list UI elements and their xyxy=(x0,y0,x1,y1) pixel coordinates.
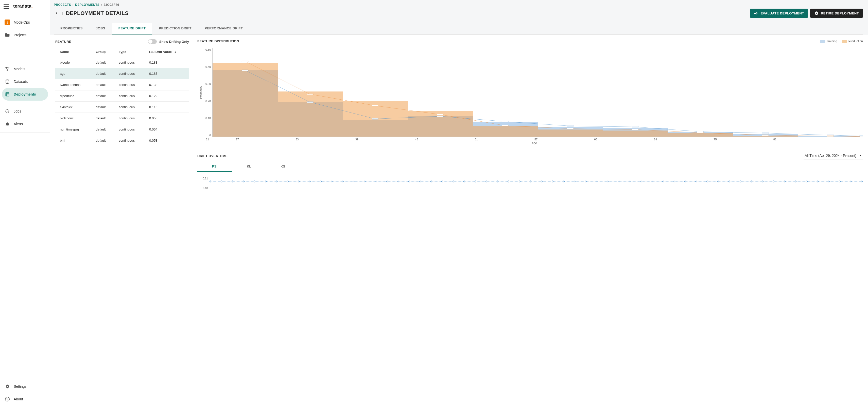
series-point xyxy=(320,180,322,182)
dot-chart: 0.210.18 xyxy=(197,177,863,190)
series-point xyxy=(762,180,764,182)
series-point xyxy=(684,180,686,182)
dot-tab-kl[interactable]: KL xyxy=(232,162,266,172)
tab-properties[interactable]: PROPERTIES xyxy=(54,23,89,34)
series-point xyxy=(287,180,289,182)
cell-psi: 0.053 xyxy=(145,135,189,146)
cell-psi: 0.138 xyxy=(145,79,189,91)
series-point xyxy=(728,180,730,182)
legend-swatch-training xyxy=(820,40,825,43)
series-point xyxy=(795,180,797,182)
nav-models[interactable]: Models xyxy=(2,63,48,75)
series-point xyxy=(596,180,598,182)
cell-type: continuous xyxy=(114,68,145,79)
cell-type: continuous xyxy=(114,57,145,68)
table-row[interactable]: numtimesprgdefaultcontinuous0.054 xyxy=(55,124,189,135)
legend-label: Training xyxy=(827,39,837,43)
tab-performance-drift[interactable]: PERFORMANCE DRIFT xyxy=(198,23,250,34)
cell-psi: 0.116 xyxy=(145,102,189,113)
table-row[interactable]: twohourserinsdefaultcontinuous0.138 xyxy=(55,79,189,91)
gear-icon xyxy=(5,384,10,389)
retire-button[interactable]: RETIRE DEPLOYMENT xyxy=(810,9,863,18)
series-point xyxy=(861,180,863,182)
close-circle-icon xyxy=(814,11,819,15)
cell-name: twohourserins xyxy=(55,79,91,91)
tab-prediction-drift[interactable]: PREDICTION DRIFT xyxy=(152,23,198,34)
series-point xyxy=(309,180,311,182)
cell-name: plglcconc xyxy=(55,113,91,124)
series-point xyxy=(265,180,267,182)
table-row[interactable]: skinthickdefaultcontinuous0.116 xyxy=(55,102,189,113)
y-axis-label: Probability xyxy=(199,86,203,99)
menu-icon[interactable] xyxy=(4,4,9,9)
nav-projects[interactable]: Projects xyxy=(2,29,48,41)
svg-point-2 xyxy=(7,70,8,71)
cell-group: default xyxy=(91,79,115,91)
range-label: All Time (Apr 29, 2024 - Present) xyxy=(805,154,856,158)
tab-jobs[interactable]: JOBS xyxy=(89,23,112,34)
series-point xyxy=(231,180,234,182)
table-row[interactable]: dipedfuncdefaultcontinuous0.122 xyxy=(55,91,189,102)
cell-group: default xyxy=(91,68,115,79)
series-point xyxy=(828,180,830,182)
nav-deployments[interactable]: Deployments xyxy=(2,88,48,101)
cell-group: default xyxy=(91,113,115,124)
table-row[interactable]: plglcconcdefaultcontinuous0.058 xyxy=(55,113,189,124)
cell-type: continuous xyxy=(114,124,145,135)
check-all-icon xyxy=(754,11,758,15)
nav-settings[interactable]: Settings xyxy=(2,380,48,393)
question-icon xyxy=(5,396,10,402)
svg-point-7 xyxy=(6,93,6,93)
bar-training xyxy=(798,136,863,137)
table-row[interactable]: bloodpdefaultcontinuous0.183 xyxy=(55,57,189,68)
col-psi[interactable]: PSI Drift Value xyxy=(145,47,189,57)
col-name[interactable]: Name xyxy=(55,47,91,57)
bar-group xyxy=(408,48,473,137)
back-button[interactable] xyxy=(54,10,59,16)
logo: teradata xyxy=(13,4,33,9)
series-point xyxy=(662,180,664,182)
bar-group xyxy=(213,48,278,137)
bar-group xyxy=(798,48,863,137)
bar-group xyxy=(733,48,798,137)
crumb-deployments[interactable]: DEPLOYMENTS xyxy=(75,3,99,7)
series-point xyxy=(364,180,366,182)
series-point xyxy=(243,180,245,182)
x-axis-label: age xyxy=(197,141,863,145)
table-row[interactable]: bmidefaultcontinuous0.053 xyxy=(55,135,189,146)
tab-feature-drift[interactable]: FEATURE DRIFT xyxy=(112,23,152,34)
nav-jobs[interactable]: Jobs xyxy=(2,105,48,117)
dot-tab-ks[interactable]: KS xyxy=(266,162,300,172)
col-type[interactable]: Type xyxy=(114,47,145,57)
show-drifting-toggle[interactable] xyxy=(148,39,157,44)
legend-label: Production xyxy=(848,39,863,43)
dot-tab-psi[interactable]: PSI xyxy=(197,162,232,172)
database-icon xyxy=(5,79,10,84)
time-range-select[interactable]: All Time (Apr 29, 2024 - Present) xyxy=(804,152,863,160)
modelops-icon: t xyxy=(5,20,10,25)
cell-name: numtimesprg xyxy=(55,124,91,135)
crumb-projects[interactable]: PROJECTS xyxy=(54,3,71,7)
cell-psi: 0.058 xyxy=(145,113,189,124)
nav-alerts[interactable]: Alerts xyxy=(2,117,48,130)
series-point xyxy=(850,180,852,182)
nav-label: About xyxy=(14,397,23,401)
crumb-current: 23CC8F86 xyxy=(103,3,119,7)
evaluate-button[interactable]: EVALUATE DEPLOYMENT xyxy=(750,9,808,18)
series-point xyxy=(629,180,631,182)
series-point xyxy=(430,180,432,182)
table-row[interactable]: agedefaultcontinuous0.183 xyxy=(55,68,189,79)
nav-label: Jobs xyxy=(14,109,21,113)
nav-datasets[interactable]: Datasets xyxy=(2,75,48,88)
series-point xyxy=(806,180,808,182)
svg-point-8 xyxy=(6,94,6,95)
refresh-icon xyxy=(5,108,10,114)
series-point xyxy=(353,180,355,182)
nav-modelops[interactable]: t ModelOps xyxy=(2,16,48,29)
nav-about[interactable]: About xyxy=(2,393,48,405)
legend-swatch-production xyxy=(842,40,847,43)
col-group[interactable]: Group xyxy=(91,47,115,57)
breadcrumb: PROJECTS › DEPLOYMENTS › 23CC8F86 xyxy=(54,3,863,7)
y-axis-ticks: 0.500.400.300.200.100 xyxy=(206,48,212,137)
bar-group xyxy=(538,48,603,137)
